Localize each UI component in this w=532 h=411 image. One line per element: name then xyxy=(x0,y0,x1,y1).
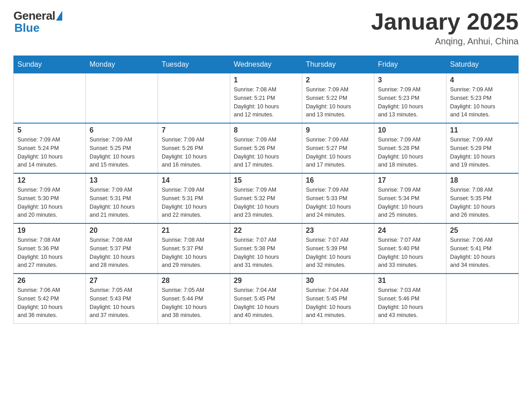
day-info: Sunrise: 7:08 AMSunset: 5:36 PMDaylight:… xyxy=(17,236,82,270)
day-info: Sunrise: 7:09 AMSunset: 5:31 PMDaylight:… xyxy=(162,186,226,219)
day-number: 28 xyxy=(162,277,226,285)
calendar-day-cell: 23Sunrise: 7:07 AMSunset: 5:39 PMDayligh… xyxy=(302,223,374,274)
calendar-header-wednesday: Wednesday xyxy=(230,56,302,73)
day-info: Sunrise: 7:09 AMSunset: 5:32 PMDaylight:… xyxy=(234,186,298,219)
day-info: Sunrise: 7:04 AMSunset: 5:45 PMDaylight:… xyxy=(306,286,370,320)
day-info: Sunrise: 7:07 AMSunset: 5:40 PMDaylight:… xyxy=(378,236,442,270)
day-info: Sunrise: 7:09 AMSunset: 5:25 PMDaylight:… xyxy=(90,136,154,169)
day-number: 8 xyxy=(234,126,298,134)
day-number: 21 xyxy=(162,227,226,235)
day-info: Sunrise: 7:06 AMSunset: 5:42 PMDaylight:… xyxy=(17,286,82,320)
day-info: Sunrise: 7:09 AMSunset: 5:33 PMDaylight:… xyxy=(306,186,370,219)
calendar-day-cell: 17Sunrise: 7:09 AMSunset: 5:34 PMDayligh… xyxy=(374,173,446,223)
day-info: Sunrise: 7:09 AMSunset: 5:29 PMDaylight:… xyxy=(450,136,515,169)
calendar-day-cell: 12Sunrise: 7:09 AMSunset: 5:30 PMDayligh… xyxy=(14,173,86,223)
day-info: Sunrise: 7:05 AMSunset: 5:44 PMDaylight:… xyxy=(162,286,226,320)
day-number: 10 xyxy=(378,126,442,134)
calendar-day-cell: 18Sunrise: 7:08 AMSunset: 5:35 PMDayligh… xyxy=(446,173,519,223)
day-number: 5 xyxy=(17,126,82,134)
day-number: 26 xyxy=(17,277,82,285)
day-number: 14 xyxy=(162,176,226,184)
day-number: 16 xyxy=(306,176,370,184)
day-info: Sunrise: 7:04 AMSunset: 5:45 PMDaylight:… xyxy=(234,286,298,320)
calendar-day-cell: 9Sunrise: 7:09 AMSunset: 5:27 PMDaylight… xyxy=(302,123,374,173)
day-info: Sunrise: 7:08 AMSunset: 5:37 PMDaylight:… xyxy=(162,236,226,270)
calendar-day-cell: 28Sunrise: 7:05 AMSunset: 5:44 PMDayligh… xyxy=(158,274,230,324)
day-info: Sunrise: 7:07 AMSunset: 5:38 PMDaylight:… xyxy=(234,236,298,270)
day-info: Sunrise: 7:09 AMSunset: 5:28 PMDaylight:… xyxy=(378,136,442,169)
day-info: Sunrise: 7:06 AMSunset: 5:41 PMDaylight:… xyxy=(450,236,515,270)
logo: General Blue xyxy=(13,9,62,35)
calendar-day-cell: 8Sunrise: 7:09 AMSunset: 5:26 PMDaylight… xyxy=(230,123,302,173)
day-info: Sunrise: 7:03 AMSunset: 5:46 PMDaylight:… xyxy=(378,286,442,320)
calendar-day-cell: 14Sunrise: 7:09 AMSunset: 5:31 PMDayligh… xyxy=(158,173,230,223)
day-info: Sunrise: 7:09 AMSunset: 5:24 PMDaylight:… xyxy=(17,136,82,169)
calendar-day-cell xyxy=(446,274,519,324)
day-info: Sunrise: 7:09 AMSunset: 5:31 PMDaylight:… xyxy=(90,186,154,219)
calendar-week-row: 5Sunrise: 7:09 AMSunset: 5:24 PMDaylight… xyxy=(14,123,519,173)
calendar-day-cell: 6Sunrise: 7:09 AMSunset: 5:25 PMDaylight… xyxy=(86,123,158,173)
day-number: 6 xyxy=(90,126,154,134)
calendar-day-cell: 2Sunrise: 7:09 AMSunset: 5:22 PMDaylight… xyxy=(302,73,374,124)
calendar-day-cell: 29Sunrise: 7:04 AMSunset: 5:45 PMDayligh… xyxy=(230,274,302,324)
calendar-day-cell: 4Sunrise: 7:09 AMSunset: 5:23 PMDaylight… xyxy=(446,73,519,124)
calendar-day-cell: 21Sunrise: 7:08 AMSunset: 5:37 PMDayligh… xyxy=(158,223,230,274)
day-number: 2 xyxy=(306,76,370,84)
day-number: 30 xyxy=(306,277,370,285)
day-number: 1 xyxy=(234,76,298,84)
calendar-day-cell: 26Sunrise: 7:06 AMSunset: 5:42 PMDayligh… xyxy=(14,274,86,324)
day-number: 24 xyxy=(378,227,442,235)
day-number: 22 xyxy=(234,227,298,235)
calendar-header-tuesday: Tuesday xyxy=(158,56,230,73)
calendar-day-cell: 27Sunrise: 7:05 AMSunset: 5:43 PMDayligh… xyxy=(86,274,158,324)
day-number: 11 xyxy=(450,126,515,134)
day-info: Sunrise: 7:09 AMSunset: 5:23 PMDaylight:… xyxy=(378,86,442,119)
day-info: Sunrise: 7:09 AMSunset: 5:23 PMDaylight:… xyxy=(450,86,515,119)
day-info: Sunrise: 7:09 AMSunset: 5:27 PMDaylight:… xyxy=(306,136,370,169)
day-number: 19 xyxy=(17,227,82,235)
day-number: 25 xyxy=(450,227,515,235)
day-number: 13 xyxy=(90,176,154,184)
calendar-day-cell xyxy=(86,73,158,124)
calendar-day-cell: 25Sunrise: 7:06 AMSunset: 5:41 PMDayligh… xyxy=(446,223,519,274)
day-info: Sunrise: 7:08 AMSunset: 5:35 PMDaylight:… xyxy=(450,186,515,219)
title-block: January 2025 Anqing, Anhui, China xyxy=(371,9,519,47)
day-number: 17 xyxy=(378,176,442,184)
calendar-day-cell xyxy=(158,73,230,124)
day-number: 23 xyxy=(306,227,370,235)
calendar-day-cell: 30Sunrise: 7:04 AMSunset: 5:45 PMDayligh… xyxy=(302,274,374,324)
calendar-week-row: 19Sunrise: 7:08 AMSunset: 5:36 PMDayligh… xyxy=(14,223,519,274)
calendar-day-cell: 20Sunrise: 7:08 AMSunset: 5:37 PMDayligh… xyxy=(86,223,158,274)
calendar-day-cell: 1Sunrise: 7:08 AMSunset: 5:21 PMDaylight… xyxy=(230,73,302,124)
calendar-day-cell: 11Sunrise: 7:09 AMSunset: 5:29 PMDayligh… xyxy=(446,123,519,173)
calendar-day-cell: 3Sunrise: 7:09 AMSunset: 5:23 PMDaylight… xyxy=(374,73,446,124)
logo-blue-text: Blue xyxy=(14,21,39,35)
calendar-day-cell: 15Sunrise: 7:09 AMSunset: 5:32 PMDayligh… xyxy=(230,173,302,223)
calendar-day-cell xyxy=(14,73,86,124)
calendar-day-cell: 19Sunrise: 7:08 AMSunset: 5:36 PMDayligh… xyxy=(14,223,86,274)
calendar-day-cell: 16Sunrise: 7:09 AMSunset: 5:33 PMDayligh… xyxy=(302,173,374,223)
month-title: January 2025 xyxy=(371,9,519,34)
calendar-header-thursday: Thursday xyxy=(302,56,374,73)
day-number: 4 xyxy=(450,76,515,84)
calendar-header-saturday: Saturday xyxy=(446,56,519,73)
day-info: Sunrise: 7:08 AMSunset: 5:21 PMDaylight:… xyxy=(234,86,298,119)
day-info: Sunrise: 7:08 AMSunset: 5:37 PMDaylight:… xyxy=(90,236,154,270)
calendar-day-cell: 22Sunrise: 7:07 AMSunset: 5:38 PMDayligh… xyxy=(230,223,302,274)
day-number: 7 xyxy=(162,126,226,134)
calendar-day-cell: 31Sunrise: 7:03 AMSunset: 5:46 PMDayligh… xyxy=(374,274,446,324)
day-number: 3 xyxy=(378,76,442,84)
calendar-day-cell: 24Sunrise: 7:07 AMSunset: 5:40 PMDayligh… xyxy=(374,223,446,274)
day-number: 27 xyxy=(90,277,154,285)
day-number: 29 xyxy=(234,277,298,285)
day-number: 12 xyxy=(17,176,82,184)
calendar-day-cell: 10Sunrise: 7:09 AMSunset: 5:28 PMDayligh… xyxy=(374,123,446,173)
day-number: 20 xyxy=(90,227,154,235)
logo-triangle-icon xyxy=(56,11,62,21)
day-number: 31 xyxy=(378,277,442,285)
calendar-day-cell: 13Sunrise: 7:09 AMSunset: 5:31 PMDayligh… xyxy=(86,173,158,223)
day-info: Sunrise: 7:07 AMSunset: 5:39 PMDaylight:… xyxy=(306,236,370,270)
calendar-day-cell: 5Sunrise: 7:09 AMSunset: 5:24 PMDaylight… xyxy=(14,123,86,173)
day-info: Sunrise: 7:09 AMSunset: 5:30 PMDaylight:… xyxy=(17,186,82,219)
calendar-header-row: SundayMondayTuesdayWednesdayThursdayFrid… xyxy=(14,56,519,73)
